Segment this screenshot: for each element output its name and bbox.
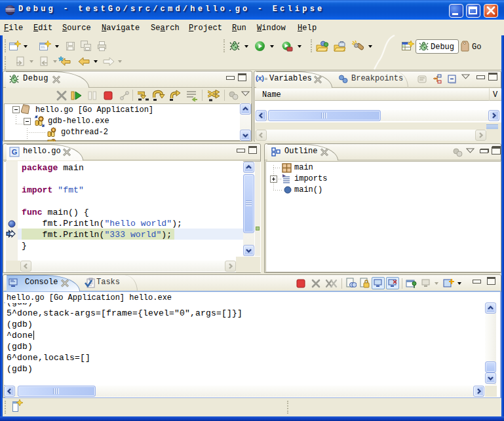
svg-text:=: =: [265, 75, 268, 82]
svg-text:(x): (x): [256, 74, 264, 82]
svg-text:G: G: [12, 148, 18, 156]
